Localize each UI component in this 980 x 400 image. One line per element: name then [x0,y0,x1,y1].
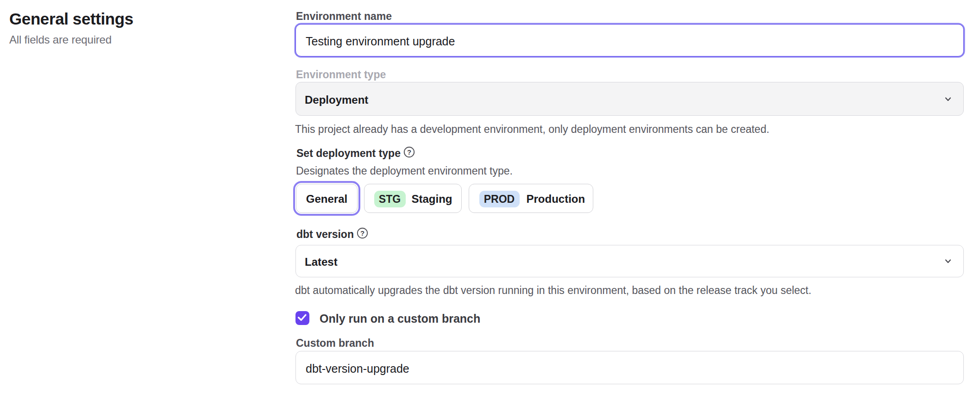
svg-text:?: ? [407,148,411,156]
svg-text:?: ? [360,229,364,237]
